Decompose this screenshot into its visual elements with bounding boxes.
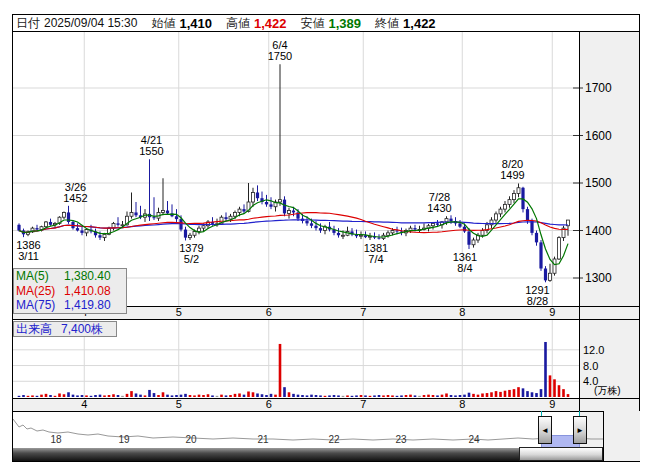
svg-text:(万株): (万株) [594,385,621,396]
ma25-value: 1,410.08 [64,284,111,299]
ma25-label: MA(25) [16,284,64,299]
right-arrow-icon: ► [576,426,584,435]
svg-text:5: 5 [176,306,182,318]
ma5-value: 1,380.40 [64,269,111,284]
left-arrow-icon: ◄ [541,426,549,435]
svg-text:7/4: 7/4 [368,253,383,265]
volume-value: 7,400株 [61,322,103,336]
svg-text:1500: 1500 [585,176,612,190]
scroll-left-button[interactable]: ◄ [538,416,552,444]
scrollbar-track[interactable] [13,448,603,461]
stock-chart-page: 日付 2025/09/04 15:30 始値 1,410 高値 1,422 安値… [0,0,653,470]
svg-text:8/4: 8/4 [457,262,472,274]
svg-text:1430: 1430 [427,202,451,214]
svg-text:9: 9 [549,398,555,410]
stock-chart-widget: 日付 2025/09/04 15:30 始値 1,410 高値 1,422 安値… [12,14,640,462]
ma5-label: MA(5) [16,269,64,284]
svg-text:19: 19 [118,434,130,445]
svg-text:9: 9 [549,306,555,318]
svg-text:6: 6 [266,398,272,410]
svg-text:8: 8 [459,306,465,318]
svg-text:5: 5 [176,398,182,410]
ma75-label: MA(75) [16,298,64,313]
ma75-value: 1,419.80 [64,298,111,313]
svg-text:3/11: 3/11 [18,250,39,262]
candlestick-volume-chart: 1700160015001400130012.08.04.0(万株)445566… [13,15,639,461]
svg-text:24: 24 [468,434,480,445]
svg-text:8.0: 8.0 [583,360,598,372]
svg-text:1600: 1600 [585,129,612,143]
svg-text:7: 7 [360,306,366,318]
svg-text:1550: 1550 [139,145,163,157]
bottom-right-panel [603,411,640,461]
ma75-row: MA(75) 1,419.80 [16,298,124,313]
ma25-row: MA(25) 1,410.08 [16,284,124,299]
svg-text:7: 7 [360,398,366,410]
svg-text:18: 18 [50,434,62,445]
svg-text:8: 8 [459,398,465,410]
svg-text:20: 20 [185,434,197,445]
svg-text:1700: 1700 [585,81,612,95]
svg-text:1750: 1750 [268,50,292,62]
svg-text:8/28: 8/28 [527,295,548,307]
ma5-row: MA(5) 1,380.40 [16,269,124,284]
ma-legend: MA(5) 1,380.40 MA(25) 1,410.08 MA(75) 1,… [13,268,127,314]
svg-text:23: 23 [395,434,407,445]
scroll-right-button[interactable]: ► [573,416,587,444]
svg-text:6: 6 [266,306,272,318]
volume-label: 出来高 [16,322,52,336]
volume-readout: 出来高7,400株 [13,321,117,337]
svg-text:1499: 1499 [500,169,524,181]
scrollbar-thumb[interactable] [519,447,603,461]
svg-text:21: 21 [257,434,269,445]
svg-text:12.0: 12.0 [583,344,604,356]
svg-text:1300: 1300 [585,271,612,285]
svg-text:1400: 1400 [585,224,612,238]
svg-text:5/2: 5/2 [184,253,199,265]
svg-text:4: 4 [81,398,87,410]
svg-text:22: 22 [328,434,340,445]
svg-text:1452: 1452 [63,192,87,204]
